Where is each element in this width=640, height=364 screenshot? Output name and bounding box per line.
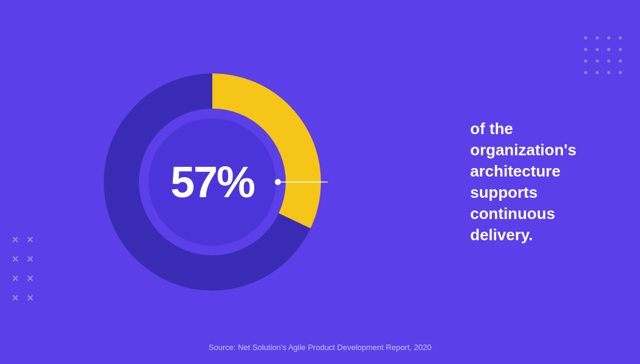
donut-chart: 57% [97, 67, 328, 297]
description-text: of the organization's architecture suppo… [470, 118, 591, 246]
percentage-label: 57% [170, 160, 254, 204]
dot-grid-top-right [584, 36, 622, 74]
x-marks-decoration: × × × × × × × × [12, 234, 33, 303]
source-citation: Source: Net Solution's Agile Product Dev… [209, 343, 431, 352]
